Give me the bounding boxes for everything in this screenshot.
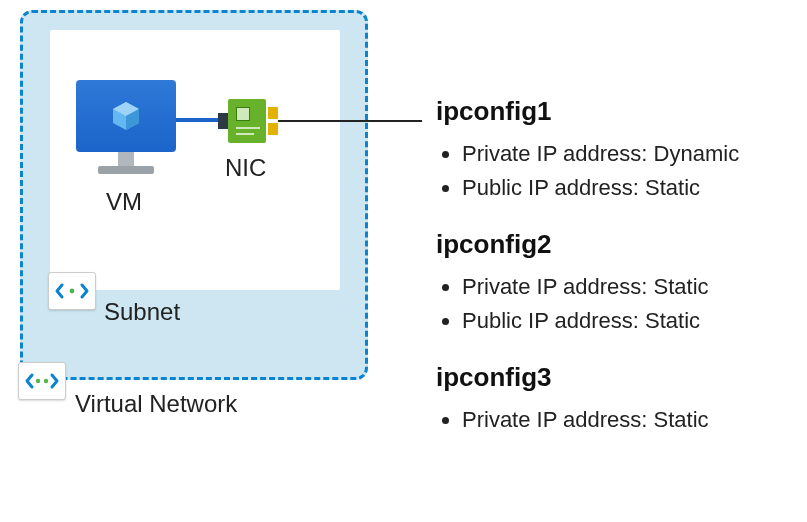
list-item: Public IP address: Static	[462, 171, 796, 205]
list-item: Private IP address: Static	[462, 403, 796, 437]
ipconfig1-title: ipconfig1	[436, 96, 796, 127]
vm-label: VM	[106, 188, 142, 216]
subnet-icon	[48, 272, 96, 310]
vm-icon	[76, 80, 176, 174]
ipconfig-panel: ipconfig1 Private IP address: Dynamic Pu…	[436, 96, 796, 443]
svg-point-0	[36, 379, 40, 383]
ipconfig3-title: ipconfig3	[436, 362, 796, 393]
ipconfig3-list: Private IP address: Static	[436, 403, 796, 437]
connector-vm-nic	[176, 118, 222, 122]
virtual-network-label: Virtual Network	[75, 390, 237, 418]
list-item: Private IP address: Static	[462, 270, 796, 304]
connector-nic-ipconfig	[278, 120, 422, 122]
svg-point-1	[44, 379, 48, 383]
list-item: Private IP address: Dynamic	[462, 137, 796, 171]
diagram-canvas: Virtual Network Subnet VM N	[0, 0, 807, 522]
svg-point-2	[70, 289, 75, 294]
subnet-label: Subnet	[104, 298, 180, 326]
nic-icon	[222, 99, 272, 143]
list-item: Public IP address: Static	[462, 304, 796, 338]
vnet-icon	[18, 362, 66, 400]
ipconfig2-list: Private IP address: Static Public IP add…	[436, 270, 796, 338]
ipconfig1-list: Private IP address: Dynamic Public IP ad…	[436, 137, 796, 205]
nic-label: NIC	[225, 154, 266, 182]
ipconfig2-title: ipconfig2	[436, 229, 796, 260]
